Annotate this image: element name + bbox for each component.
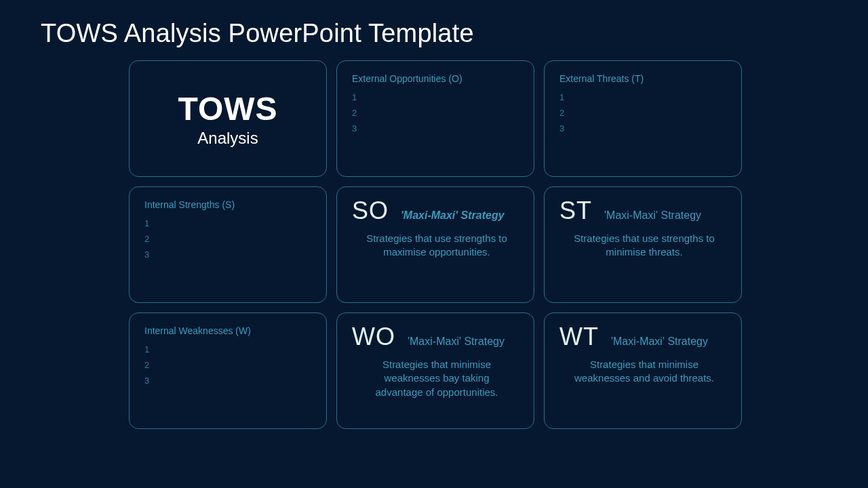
list-item: 2 (559, 108, 729, 118)
list-item: 2 (144, 234, 314, 244)
corner-title-cell: TOWS Analysis (129, 60, 327, 177)
list-item: 3 (559, 123, 729, 134)
strategy-head: SO 'Maxi-Maxi' Strategy (352, 197, 521, 225)
strategy-desc: Strategies that use strengths to minimis… (559, 232, 729, 260)
factor-list: 1 2 3 (144, 218, 314, 260)
factor-list: 1 2 3 (559, 92, 729, 134)
st-strategy-cell: ST 'Maxi-Maxi' Strategy Strategies that … (544, 186, 742, 303)
strategy-label: 'Maxi-Maxi' Strategy (611, 336, 708, 348)
wt-strategy-cell: WT 'Maxi-Maxi' Strategy Strategies that … (544, 312, 742, 429)
external-threats-cell: External Threats (T) 1 2 3 (544, 60, 742, 177)
list-item: 3 (144, 375, 314, 386)
list-item: 2 (144, 360, 314, 370)
factor-list: 1 2 3 (352, 92, 521, 134)
strategy-desc: Strategies that minimise weaknesses bay … (352, 358, 521, 399)
strategy-label: 'Maxi-Maxi' Strategy (408, 336, 505, 348)
strategy-code: ST (559, 197, 592, 225)
internal-weaknesses-cell: Internal Weaknesses (W) 1 2 3 (129, 312, 327, 429)
list-item: 3 (144, 249, 314, 260)
strategy-head: ST 'Maxi-Maxi' Strategy (559, 197, 729, 225)
strategy-label: 'Maxi-Maxi' Strategy (604, 209, 701, 222)
strategy-head: WO 'Maxi-Maxi' Strategy (352, 323, 521, 351)
list-item: 3 (352, 123, 521, 134)
strategy-code: WT (559, 323, 599, 351)
factor-title: Internal Weaknesses (W) (144, 325, 314, 336)
internal-strengths-cell: Internal Strengths (S) 1 2 3 (129, 186, 327, 303)
external-opportunities-cell: External Opportunities (O) 1 2 3 (336, 60, 534, 177)
list-item: 1 (559, 92, 729, 102)
factor-title: Internal Strengths (S) (144, 199, 314, 210)
strategy-label: 'Maxi-Maxi' Strategy (401, 209, 505, 222)
list-item: 1 (352, 92, 521, 102)
factor-list: 1 2 3 (144, 344, 314, 386)
strategy-head: WT 'Maxi-Maxi' Strategy (559, 323, 729, 351)
strategy-code: SO (352, 197, 389, 225)
wo-strategy-cell: WO 'Maxi-Maxi' Strategy Strategies that … (336, 312, 534, 429)
corner-sub: Analysis (197, 129, 258, 148)
list-item: 1 (144, 218, 314, 228)
slide-title: TOWS Analysis PowerPoint Template (41, 19, 827, 48)
strategy-desc: Strategies that use strengths to maximis… (352, 232, 521, 260)
factor-title: External Threats (T) (559, 73, 729, 84)
list-item: 2 (352, 108, 521, 118)
strategy-code: WO (352, 323, 395, 351)
strategy-desc: Strategies that minimise weaknesses and … (559, 358, 729, 386)
list-item: 1 (144, 344, 314, 354)
tows-matrix: TOWS Analysis External Opportunities (O)… (129, 60, 827, 429)
slide: TOWS Analysis PowerPoint Template TOWS A… (0, 0, 868, 488)
corner-big: TOWS (178, 90, 277, 127)
factor-title: External Opportunities (O) (352, 73, 521, 84)
so-strategy-cell: SO 'Maxi-Maxi' Strategy Strategies that … (336, 186, 534, 303)
